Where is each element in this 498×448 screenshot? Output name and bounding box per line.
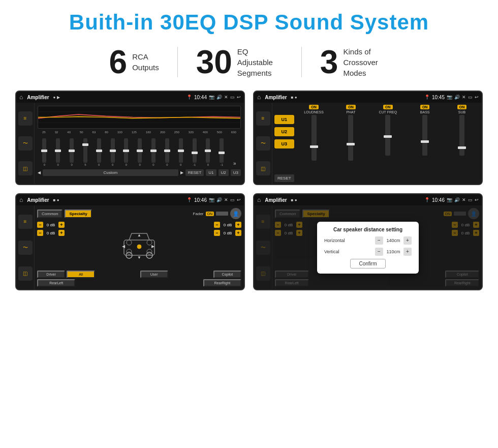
db-minus-2[interactable]: − (37, 230, 43, 236)
fader-label: Fader (193, 212, 204, 216)
phat-col: ON PHAT (333, 105, 369, 182)
crossover-status-dots: ■ ● (291, 95, 297, 100)
vertical-minus-btn[interactable]: − (375, 248, 383, 256)
eq-slider-more[interactable]: » (233, 161, 236, 166)
stat-rca-number: 6 (109, 46, 128, 78)
crossover-screen-content: ≡ 〜 ◫ U1 U2 U3 RESET ON LOU (254, 103, 482, 184)
dialog-left-sidebar: ≡ 〜 ◫ (254, 205, 272, 289)
eq-sidebar-btn-2[interactable]: 〜 (18, 136, 33, 151)
eq-prev-arrow[interactable]: ◀ (38, 170, 41, 175)
loudness-toggle[interactable]: ON (309, 105, 319, 109)
vertical-plus-btn[interactable]: + (403, 248, 412, 256)
svg-point-15 (147, 249, 152, 254)
db-plus-3[interactable]: + (235, 222, 241, 228)
user-btn[interactable]: User (140, 271, 168, 278)
fader-camera-icon: 📷 (209, 197, 214, 202)
eq-left-sidebar: ≡ 〜 ◫ (16, 103, 35, 184)
svg-point-7 (137, 245, 141, 249)
db-minus-3[interactable]: − (214, 222, 220, 228)
db-plus-4[interactable]: + (235, 230, 241, 236)
copilot-btn[interactable]: Copilot (213, 271, 241, 278)
all-btn[interactable]: All (67, 271, 95, 278)
db-plus-2[interactable]: + (58, 230, 65, 236)
eq-main-area: 253240506380 100125160200250320 40050063… (35, 103, 244, 184)
fader-sidebar-btn-2[interactable]: 〜 (18, 241, 33, 255)
fader-back-icon: ↩ (237, 197, 241, 202)
sub-slider[interactable] (459, 115, 464, 156)
eq-next-arrow[interactable]: ▶ (180, 170, 183, 175)
fader-status-bar: ⌂ Amplifier ■ ● 📍 10:46 📷 🔊 ✕ ▭ ↩ (16, 194, 244, 205)
common-tab[interactable]: Common (37, 210, 63, 218)
sub-toggle[interactable]: ON (457, 105, 467, 109)
crossover-sound-icon: 🔊 (454, 95, 460, 100)
crossover-app-name: Amplifier (265, 95, 287, 100)
dialog-back-icon: ↩ (475, 197, 479, 202)
specialty-tab[interactable]: Specialty (65, 210, 91, 218)
dialog-sidebar-btn-1: ≡ (256, 215, 270, 229)
driver-btn[interactable]: Driver (37, 271, 65, 278)
fader-sidebar-btn-1[interactable]: ≡ (18, 215, 33, 229)
eq-custom-btn[interactable]: Custom (43, 169, 178, 176)
crossover-reset-btn[interactable]: RESET (274, 174, 294, 182)
avatar-button[interactable]: 👤 (230, 208, 241, 219)
loudness-label: LOUDNESS (304, 110, 324, 114)
crossover-back-icon: ↩ (475, 95, 479, 100)
crossover-sidebar-btn-1[interactable]: ≡ (256, 111, 270, 126)
bass-toggle[interactable]: ON (420, 105, 430, 109)
dialog-screen-content: ≡ 〜 ◫ Common Specialty ON 👤 (254, 205, 482, 289)
fader-on-badge: ON (206, 212, 214, 216)
eq-sidebar-btn-1[interactable]: ≡ (18, 111, 33, 126)
fader-window-icon: ▭ (230, 197, 235, 202)
crossover-sidebar-btn-3[interactable]: ◫ (256, 161, 270, 175)
stat-eq-label: EQ AdjustableSegments (237, 46, 283, 78)
stat-rca-label: RCAOutputs (132, 51, 159, 73)
db-plus-1[interactable]: + (58, 222, 65, 228)
u2-button[interactable]: U2 (274, 127, 294, 136)
fader-sound-icon: 🔊 (216, 197, 222, 202)
bass-slider[interactable] (422, 115, 427, 156)
fader-main-area: Common Specialty Fader ON 👤 − 0 dB (35, 205, 244, 289)
fader-home-icon: ⌂ (19, 196, 23, 203)
svg-text:▲: ▲ (137, 233, 141, 237)
eq-u1-btn[interactable]: U1 (206, 169, 216, 176)
fader-sidebar-btn-3[interactable]: ◫ (18, 266, 33, 281)
crossover-home-icon: ⌂ (257, 94, 261, 101)
stat-crossover-label: Kinds ofCrossover Modes (343, 46, 389, 78)
crossover-sidebar-btn-2[interactable]: 〜 (256, 136, 270, 151)
loudness-slider[interactable] (312, 115, 317, 161)
eq-graph (38, 106, 241, 129)
phat-toggle[interactable]: ON (346, 105, 356, 109)
horizontal-minus-btn[interactable]: − (375, 236, 383, 245)
dialog-location-icon: 📍 (424, 197, 430, 202)
eq-window-icon: ▭ (230, 95, 235, 100)
eq-u3-btn[interactable]: U3 (231, 169, 241, 176)
db-minus-1[interactable]: − (37, 222, 43, 228)
cutfreq-toggle[interactable]: ON (383, 105, 393, 109)
rearleft-btn[interactable]: RearLeft (37, 279, 75, 287)
fader-controls-area: − 0 dB + − 0 dB + (37, 222, 241, 268)
car-diagram: ▲ ▼ ◀ ▶ (68, 222, 211, 268)
left-db-controls: − 0 dB + − 0 dB + (37, 222, 65, 268)
u3-button[interactable]: U3 (274, 139, 294, 148)
rearright-btn[interactable]: RearRight (203, 279, 241, 287)
eq-freq-labels: 253240506380 100125160200250320 40050063… (38, 131, 241, 134)
eq-reset-btn[interactable]: RESET (185, 169, 204, 176)
horizontal-plus-btn[interactable]: + (403, 236, 412, 245)
eq-status-dots: ● ▶ (53, 95, 60, 100)
db-minus-4[interactable]: − (214, 230, 220, 236)
u1-button[interactable]: U1 (274, 115, 294, 124)
dialog-time: 10:46 (432, 197, 445, 203)
eq-sidebar-btn-3[interactable]: ◫ (18, 161, 33, 175)
cutfreq-slider[interactable] (385, 115, 390, 156)
eq-slider-3: 0 (70, 138, 74, 166)
confirm-button[interactable]: Confirm (350, 259, 385, 268)
fader-screen: ⌂ Amplifier ■ ● 📍 10:46 📷 🔊 ✕ ▭ ↩ ≡ 〜 ◫ (15, 193, 245, 290)
fader-slider[interactable] (216, 212, 228, 216)
dialog-title: Car speaker distance setting (324, 227, 412, 232)
eq-u2-btn[interactable]: U2 (219, 169, 229, 176)
crossover-camera-icon: 📷 (447, 95, 452, 100)
eq-slider-4: 5 (83, 138, 87, 166)
eq-slider-2: 0 (56, 138, 60, 166)
crossover-controls: ON LOUDNESS ON PHAT (296, 105, 480, 182)
phat-slider[interactable] (348, 115, 353, 161)
